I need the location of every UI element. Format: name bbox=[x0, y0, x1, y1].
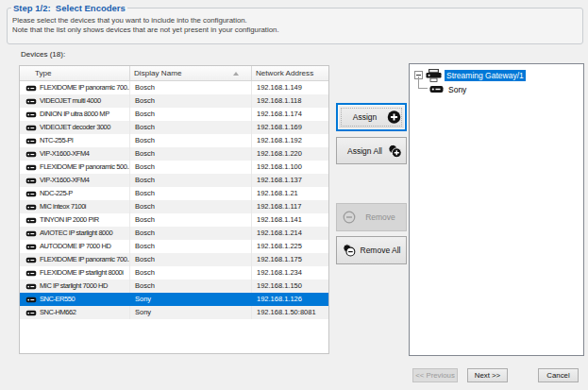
plus-circles-icon bbox=[388, 144, 402, 158]
description-line-2: Note that the list only shows devices th… bbox=[12, 25, 582, 35]
cell-network-address: 192.168.1.126 bbox=[252, 293, 328, 306]
cell-network-address: 192.168.1.141 bbox=[252, 213, 328, 227]
table-row[interactable]: NTC-255-PIBosch192.168.1.192 bbox=[20, 134, 328, 147]
next-button[interactable]: Next >> bbox=[467, 368, 508, 382]
table-row[interactable]: MIC IP starlight 7000 HDBosch192.168.1.1… bbox=[20, 280, 328, 293]
remove-button[interactable]: Remove bbox=[336, 203, 407, 231]
cell-display-name: Bosch bbox=[130, 161, 252, 174]
cell-display-name: Sony bbox=[130, 293, 252, 306]
table-row[interactable]: VIDEOJET decoder 3000Bosch192.168.1.169 bbox=[20, 121, 328, 134]
step-title: Step 1/2: Select Encoders bbox=[11, 3, 127, 13]
cell-display-name: Bosch bbox=[130, 213, 252, 227]
encoder-icon bbox=[25, 270, 37, 277]
cell-network-address: 192.168.1.50:8081 bbox=[252, 306, 328, 319]
tree-node-label[interactable]: Sony bbox=[446, 84, 468, 95]
encoder-icon bbox=[25, 230, 37, 237]
table-body: FLEXIDOME IP panoramic 700..Bosch192.168… bbox=[20, 81, 328, 319]
cell-network-address: 192.168.1.175 bbox=[252, 253, 328, 266]
table-row[interactable]: NDC-225-PBosch192.168.1.21 bbox=[20, 187, 328, 200]
cell-network-address: 192.168.1.117 bbox=[252, 200, 328, 213]
encoder-icon bbox=[25, 111, 37, 118]
select-encoders-dialog: Step 1/2: Select Encoders Please select … bbox=[0, 0, 588, 390]
assign-button[interactable]: Assign bbox=[336, 103, 407, 131]
cell-display-name: Bosch bbox=[130, 121, 252, 134]
tree-node-streaming-gateway[interactable]: Streaming Gateway/1 bbox=[410, 68, 583, 82]
cell-type: VIDEOJET multi 4000 bbox=[20, 94, 130, 108]
encoder-icon bbox=[25, 98, 37, 105]
table-row[interactable]: SNC-ER550Sony192.168.1.126 bbox=[20, 293, 328, 306]
cell-type: MIC inteox 7100i bbox=[20, 200, 130, 213]
previous-button[interactable]: << Previous bbox=[412, 368, 458, 382]
encoder-icon bbox=[25, 257, 37, 263]
encoder-icon bbox=[25, 125, 37, 131]
column-header-type[interactable]: Type bbox=[20, 66, 130, 80]
gateway-icon bbox=[426, 69, 442, 82]
cell-display-name: Bosch bbox=[130, 253, 252, 266]
cell-type: AUTODOME IP 7000 HD bbox=[20, 240, 130, 253]
cell-display-name: Bosch bbox=[130, 280, 252, 293]
column-header-network-address[interactable]: Network Address bbox=[252, 66, 328, 80]
table-row[interactable]: VIP-X1600-XFM4Bosch192.168.1.137 bbox=[20, 174, 328, 187]
table-header: Type Display Name Network Address bbox=[20, 66, 328, 81]
table-row[interactable]: TINYON IP 2000 PIRBosch192.168.1.141 bbox=[20, 213, 328, 227]
sort-ascending-icon bbox=[233, 72, 239, 76]
cell-type: TINYON IP 2000 PIR bbox=[20, 213, 130, 227]
tree-node-sony[interactable]: Sony bbox=[410, 82, 583, 96]
cell-display-name: Bosch bbox=[130, 266, 252, 280]
encoder-icon bbox=[25, 244, 37, 250]
cell-network-address: 192.168.1.118 bbox=[252, 94, 328, 108]
table-row[interactable]: SNC-HM662Sony192.168.1.50:8081 bbox=[20, 306, 328, 319]
cell-display-name: Bosch bbox=[130, 147, 252, 161]
table-row[interactable]: DINION IP ultra 8000 MPBosch192.168.1.17… bbox=[20, 108, 328, 121]
table-row[interactable]: VIDEOJET multi 4000Bosch192.168.1.118 bbox=[20, 94, 328, 108]
table-row[interactable]: AUTODOME IP 7000 HDBosch192.168.1.225 bbox=[20, 240, 328, 253]
cell-network-address: 192.168.1.234 bbox=[252, 266, 328, 280]
plus-circle-icon bbox=[387, 110, 401, 125]
cell-type: DINION IP ultra 8000 MP bbox=[20, 108, 130, 121]
cell-type: SNC-ER550 bbox=[20, 293, 130, 306]
cell-type: VIP-X1600-XFM4 bbox=[20, 174, 130, 187]
encoder-icon bbox=[25, 310, 37, 316]
cell-display-name: Bosch bbox=[130, 187, 252, 200]
cell-type: VIDEOJET decoder 3000 bbox=[20, 121, 130, 134]
remove-all-button[interactable]: Remove All bbox=[336, 236, 407, 264]
cell-type: FLEXIDOME IP panoramic 700.. bbox=[20, 81, 130, 94]
table-row[interactable]: FLEXIDOME IP panoramic 500..Bosch192.168… bbox=[20, 161, 328, 174]
cell-network-address: 192.168.1.220 bbox=[252, 147, 328, 161]
encoder-icon bbox=[25, 85, 37, 92]
table-row[interactable]: FLEXIDOME IP panoramic 700..Bosch192.168… bbox=[20, 253, 328, 266]
minus-circles-icon bbox=[343, 244, 356, 257]
device-table: Type Display Name Network Address FLEXID… bbox=[19, 65, 329, 354]
table-row[interactable]: FLEXIDOME IP panoramic 700..Bosch192.168… bbox=[20, 81, 328, 94]
cell-display-name: Bosch bbox=[130, 240, 252, 253]
cell-network-address: 192.168.1.100 bbox=[252, 161, 328, 174]
cell-type: SNC-HM662 bbox=[20, 306, 130, 319]
assigned-devices-tree: Streaming Gateway/1 Sony bbox=[409, 63, 584, 356]
cell-display-name: Bosch bbox=[130, 174, 252, 187]
encoder-icon bbox=[429, 85, 444, 93]
cancel-button[interactable]: Cancel bbox=[538, 368, 579, 382]
encoder-icon bbox=[25, 138, 37, 144]
cell-network-address: 192.168.1.149 bbox=[252, 81, 328, 94]
table-row[interactable]: MIC inteox 7100iBosch192.168.1.117 bbox=[20, 200, 328, 213]
cell-display-name: Bosch bbox=[130, 108, 252, 121]
cell-display-name: Bosch bbox=[130, 94, 252, 108]
tree-node-label[interactable]: Streaming Gateway/1 bbox=[445, 70, 526, 81]
table-row[interactable]: AVIOTEC IP starlight 8000Bosch192.168.1.… bbox=[20, 227, 328, 240]
cell-type: FLEXIDOME IP panoramic 500.. bbox=[20, 161, 130, 174]
description-line-1: Please select the devices that you want … bbox=[12, 16, 582, 25]
cell-type: MIC IP starlight 7000 HD bbox=[20, 280, 130, 293]
assign-all-button[interactable]: Assign All bbox=[336, 137, 407, 164]
tree-connector bbox=[418, 76, 428, 89]
encoder-icon bbox=[25, 178, 37, 184]
devices-count-label: Devices (18): bbox=[21, 50, 65, 59]
encoder-icon bbox=[25, 217, 37, 224]
cell-network-address: 192.168.1.192 bbox=[252, 134, 328, 147]
cell-display-name: Bosch bbox=[130, 134, 252, 147]
column-header-display-name[interactable]: Display Name bbox=[130, 66, 252, 80]
table-row[interactable]: VIP-X1600-XFM4Bosch192.168.1.220 bbox=[20, 147, 328, 161]
cell-type: FLEXIDOME IP panoramic 700.. bbox=[20, 253, 130, 266]
cell-type: FLEXIDOME IP starlight 8000i bbox=[20, 266, 130, 280]
encoder-icon bbox=[25, 151, 37, 158]
table-row[interactable]: FLEXIDOME IP starlight 8000iBosch192.168… bbox=[20, 266, 328, 280]
